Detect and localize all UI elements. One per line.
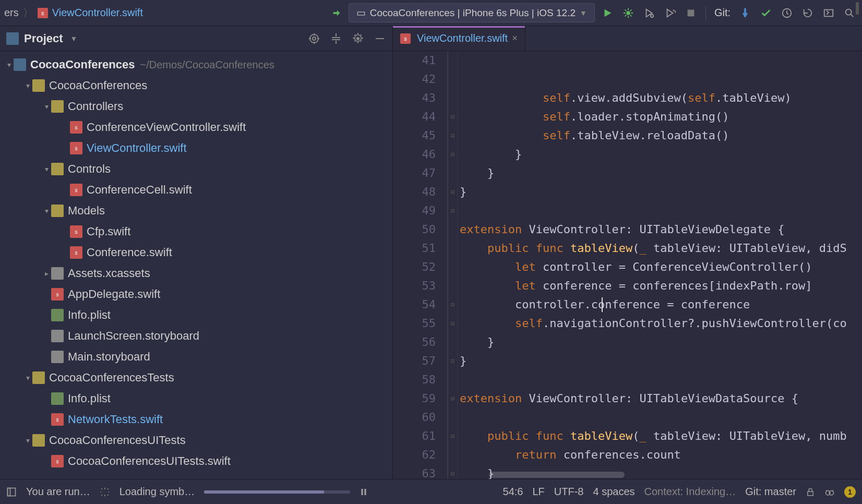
code-line[interactable]: } bbox=[460, 164, 862, 183]
fold-marker[interactable]: ⊟ bbox=[448, 295, 457, 314]
breadcrumb[interactable]: ers 〉 s ViewController.swift bbox=[4, 6, 143, 20]
code-line[interactable]: } bbox=[460, 183, 862, 201]
line-number-gutter[interactable]: 4142434445464748495051525354555657585960… bbox=[393, 51, 448, 479]
fold-marker[interactable]: ⊟ bbox=[448, 183, 457, 201]
fold-marker[interactable]: ⊟ bbox=[448, 314, 457, 333]
line-number[interactable]: 54 bbox=[393, 295, 436, 314]
debug-button[interactable] bbox=[620, 5, 637, 21]
fold-marker[interactable] bbox=[448, 408, 457, 427]
line-number[interactable]: 48 bbox=[393, 183, 436, 201]
fold-marker[interactable] bbox=[448, 89, 457, 107]
tree-item[interactable]: sViewController.swift bbox=[0, 138, 392, 159]
code-line[interactable]: self.navigationController?.pushViewContr… bbox=[460, 314, 862, 333]
code-line[interactable]: extension ViewController: UITableViewDel… bbox=[460, 220, 862, 239]
fold-marker[interactable] bbox=[448, 446, 457, 464]
fold-marker[interactable]: ⊟ bbox=[448, 389, 457, 408]
expand-arrow-icon[interactable]: ▾ bbox=[42, 165, 51, 173]
context-indicator[interactable]: Context: Indexing… bbox=[644, 486, 736, 498]
line-number[interactable]: 55 bbox=[393, 314, 436, 333]
editor-tab[interactable]: s ViewController.swift × bbox=[393, 26, 525, 51]
minimize-icon[interactable] bbox=[374, 32, 386, 45]
vcs-update-button[interactable] bbox=[737, 5, 753, 21]
code-content[interactable]: self.view.addSubview(self.tableView) sel… bbox=[458, 51, 862, 479]
expand-arrow-icon[interactable]: ▾ bbox=[23, 374, 32, 382]
locate-file-icon[interactable] bbox=[308, 32, 320, 45]
collapse-all-icon[interactable] bbox=[330, 32, 342, 45]
line-number[interactable]: 52 bbox=[393, 258, 436, 277]
tree-item[interactable]: sCocoaConferencesUITests.swift bbox=[0, 451, 392, 472]
tree-item[interactable]: LaunchScreen.storyboard bbox=[0, 326, 392, 346]
tree-item[interactable]: ▾CocoaConferencesUITests bbox=[0, 430, 392, 451]
expand-arrow-icon[interactable]: ▾ bbox=[4, 61, 14, 69]
code-line[interactable]: extension ViewController: UITableViewDat… bbox=[460, 389, 862, 408]
tree-item[interactable]: ▾Controls bbox=[0, 159, 392, 179]
line-number[interactable]: 47 bbox=[393, 164, 436, 183]
tree-item[interactable]: ▾CocoaConferencesTests bbox=[0, 367, 392, 388]
tree-item[interactable]: ▾Models bbox=[0, 200, 392, 221]
run-button[interactable] bbox=[599, 5, 616, 21]
fold-marker[interactable]: ⊟ bbox=[448, 464, 457, 479]
tree-item[interactable]: sConferenceViewController.swift bbox=[0, 117, 392, 138]
project-tree[interactable]: ▾ CocoaConferences ~/Demos/CocoaConferen… bbox=[0, 51, 392, 479]
code-line[interactable]: self.loader.stopAnimating() bbox=[460, 107, 862, 126]
build-icon[interactable] bbox=[328, 5, 344, 21]
line-number[interactable]: 46 bbox=[393, 145, 436, 164]
line-number[interactable]: 51 bbox=[393, 239, 436, 258]
tree-item[interactable]: sAppDelegate.swift bbox=[0, 284, 392, 305]
fold-gutter[interactable]: ⊟⊟⊟⊟⊟⊟⊟⊟⊟⊟⊟ bbox=[448, 51, 458, 479]
fold-marker[interactable]: ⊟ bbox=[448, 352, 457, 370]
breadcrumb-file[interactable]: ViewController.swift bbox=[52, 7, 143, 19]
fold-marker[interactable]: ⊟ bbox=[448, 107, 457, 126]
fold-marker[interactable] bbox=[448, 51, 457, 70]
code-line[interactable]: self.view.addSubview(self.tableView) bbox=[460, 89, 862, 107]
line-number[interactable]: 44 bbox=[393, 107, 436, 126]
indent-settings[interactable]: 4 spaces bbox=[593, 486, 634, 498]
run-config-selector[interactable]: ▭ CocoaConferences | iPhone 6s Plus | iO… bbox=[349, 3, 595, 22]
fold-marker[interactable] bbox=[448, 277, 457, 295]
horizontal-scrollbar[interactable] bbox=[489, 472, 625, 478]
line-number[interactable]: 50 bbox=[393, 220, 436, 239]
code-line[interactable]: } bbox=[460, 145, 862, 164]
expand-arrow-icon[interactable]: ▾ bbox=[42, 102, 51, 111]
line-number[interactable]: 49 bbox=[393, 201, 436, 220]
line-number[interactable]: 61 bbox=[393, 427, 436, 446]
code-line[interactable]: public func tableView(_ tableView: UITab… bbox=[460, 239, 862, 258]
tree-item[interactable]: ▾CocoaConferences bbox=[0, 75, 392, 96]
tree-root[interactable]: ▾ CocoaConferences ~/Demos/CocoaConferen… bbox=[0, 54, 392, 75]
fold-marker[interactable] bbox=[448, 164, 457, 183]
vcs-revert-button[interactable] bbox=[799, 5, 816, 21]
code-line[interactable]: self.tableView.reloadData() bbox=[460, 126, 862, 145]
line-number[interactable]: 60 bbox=[393, 408, 436, 427]
cursor-position[interactable]: 54:6 bbox=[503, 486, 523, 498]
fold-marker[interactable] bbox=[448, 370, 457, 389]
line-number[interactable]: 62 bbox=[393, 446, 436, 464]
file-encoding[interactable]: UTF-8 bbox=[554, 486, 584, 498]
fold-marker[interactable] bbox=[448, 239, 457, 258]
progress-pause-icon[interactable] bbox=[360, 488, 368, 496]
tree-item[interactable]: Info.plist bbox=[0, 388, 392, 409]
tree-item[interactable]: sCfp.swift bbox=[0, 221, 392, 242]
fold-marker[interactable] bbox=[448, 258, 457, 277]
line-number[interactable]: 59 bbox=[393, 389, 436, 408]
tree-item[interactable]: Main.storyboard bbox=[0, 346, 392, 367]
line-number[interactable]: 41 bbox=[393, 51, 436, 70]
line-number[interactable]: 45 bbox=[393, 126, 436, 145]
code-line[interactable]: return conferences.count bbox=[460, 446, 862, 464]
tree-item[interactable]: ▸Assets.xcassets bbox=[0, 263, 392, 284]
code-line[interactable] bbox=[460, 408, 862, 427]
notifications-badge[interactable]: 1 bbox=[844, 486, 856, 498]
line-number[interactable]: 56 bbox=[393, 333, 436, 352]
code-line[interactable]: public func tableView(_ tableView: UITab… bbox=[460, 427, 862, 446]
profile-button[interactable] bbox=[662, 5, 678, 21]
code-line[interactable] bbox=[460, 201, 862, 220]
expand-arrow-icon[interactable]: ▾ bbox=[42, 207, 51, 215]
status-bar-toggle-icon[interactable] bbox=[6, 487, 17, 497]
expand-arrow-icon[interactable]: ▾ bbox=[23, 81, 32, 90]
code-line[interactable]: } bbox=[460, 333, 862, 352]
line-number[interactable]: 63 bbox=[393, 464, 436, 479]
fold-marker[interactable] bbox=[448, 70, 457, 89]
expand-arrow-icon[interactable]: ▾ bbox=[23, 436, 32, 445]
code-line[interactable]: let conference = conferences[indexPath.r… bbox=[460, 277, 862, 295]
code-editor[interactable]: 4142434445464748495051525354555657585960… bbox=[393, 51, 862, 479]
line-number[interactable]: 58 bbox=[393, 370, 436, 389]
